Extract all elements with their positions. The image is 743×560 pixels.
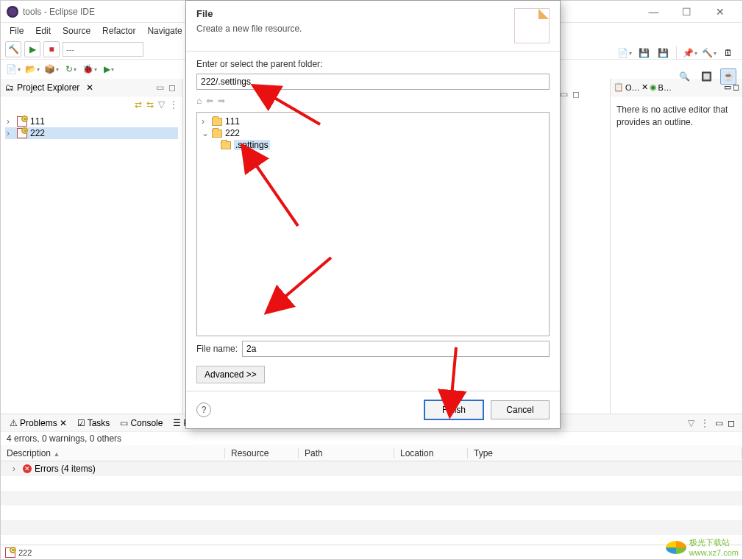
problems-icon: ⚠	[10, 418, 18, 428]
back-icon[interactable]: ⬅	[206, 96, 213, 106]
cancel-button[interactable]: Cancel	[491, 400, 550, 419]
toolbar-separator	[676, 46, 677, 60]
col-description[interactable]: Description ▲	[1, 448, 225, 458]
outline-tab-close-icon[interactable]: ✕	[641, 82, 648, 92]
tasks-tab-label: Tasks	[88, 418, 110, 428]
pane-maximize-icon[interactable]: ◻	[166, 82, 178, 93]
console-tab-label: Console	[130, 418, 163, 428]
calendar-icon[interactable]: 🗓	[720, 45, 736, 61]
filter-icon[interactable]: ▽	[688, 418, 694, 428]
editor-maximize-icon[interactable]: ◻	[572, 89, 580, 99]
project-explorer-toolbar: ⇄ ⇆ ▽ ⋮	[1, 96, 182, 113]
project-item-111[interactable]: › 111	[5, 116, 178, 127]
help-icon[interactable]: ?	[196, 403, 211, 417]
home-icon[interactable]: ⌂	[196, 96, 202, 106]
menu-source[interactable]: Source	[58, 24, 95, 38]
tree-item-settings[interactable]: .settings	[200, 139, 546, 151]
project-explorer-close-icon[interactable]: ✕	[84, 82, 96, 93]
project-explorer-title: Project Explorer	[17, 82, 79, 93]
outline-tab[interactable]: O…	[625, 83, 640, 92]
col-path[interactable]: Path	[299, 448, 394, 458]
console-icon: ▭	[120, 418, 128, 428]
save-all-icon[interactable]: 💾	[655, 45, 671, 61]
build-icon[interactable]: 🔨	[5, 41, 21, 57]
problems-tab[interactable]: ⚠Problems✕	[5, 417, 71, 430]
project-explorer-header: 🗂 Project Explorer ✕ ▭ ◻	[1, 79, 182, 96]
expand-icon[interactable]: ›	[202, 116, 209, 127]
menu-file[interactable]: File	[5, 24, 28, 38]
expand-icon[interactable]: ›	[7, 128, 14, 138]
table-row	[1, 476, 742, 491]
parent-folder-input[interactable]	[196, 74, 550, 90]
pane-maximize-icon[interactable]: ◻	[725, 418, 738, 428]
folder-tree[interactable]: › 111 ⌄ 222 .settings	[196, 112, 550, 336]
pane-minimize-icon[interactable]: ▭	[715, 418, 723, 428]
collapse-all-icon[interactable]: ⇄	[135, 99, 142, 110]
filename-input[interactable]	[242, 341, 550, 357]
col-resource[interactable]: Resource	[225, 448, 299, 458]
problems-tab-label: Problems	[20, 418, 57, 428]
filter-icon[interactable]: ▽	[158, 99, 165, 110]
run-icon[interactable]: ▶	[24, 41, 40, 57]
save-icon[interactable]: 💾	[636, 45, 652, 61]
run-dropdown-icon[interactable]: ▶▾	[101, 61, 117, 77]
table-row	[1, 520, 742, 535]
view-menu-icon[interactable]: ⋮	[169, 99, 178, 110]
forward-icon[interactable]: ➡	[218, 96, 225, 106]
collapse-icon[interactable]: ⌄	[202, 128, 209, 138]
menu-edit[interactable]: Edit	[31, 24, 55, 38]
minimize-button[interactable]: —	[637, 1, 670, 23]
close-button[interactable]: ✕	[703, 1, 736, 23]
search-icon[interactable]: 🔍	[676, 68, 692, 85]
open-type-icon[interactable]: 📂▾	[24, 61, 40, 77]
parent-folder-label: Enter or select the parent folder:	[196, 59, 550, 69]
problems-error-group[interactable]: ›✕Errors (4 items)	[1, 461, 742, 476]
java-perspective-icon[interactable]: ☕	[720, 68, 736, 85]
tree-item-111[interactable]: › 111	[200, 116, 546, 127]
menu-navigate[interactable]: Navigate	[143, 24, 186, 38]
folder-icon	[212, 118, 222, 126]
tree-label: .settings	[234, 140, 270, 150]
project-label: 222	[30, 128, 45, 138]
advanced-button[interactable]: Advanced >>	[196, 366, 265, 383]
build-icon-2[interactable]: 🔨▾	[701, 45, 717, 61]
debug-icon[interactable]: 🐞▾	[82, 61, 98, 77]
menu-refactor[interactable]: Refactor	[98, 24, 140, 38]
watermark-text-2: www.xz7.com	[689, 548, 739, 557]
eclipse-icon	[7, 6, 18, 18]
view-menu-icon[interactable]: ⋮	[696, 418, 714, 428]
maximize-button[interactable]: ☐	[670, 1, 703, 23]
new-file-dialog: File Create a new file resource. Enter o…	[185, 0, 561, 429]
stop-icon[interactable]: ■	[43, 41, 60, 57]
dialog-title: File	[196, 8, 514, 19]
outline-tab-icon: 📋	[614, 82, 624, 92]
coverage-icon[interactable]: ↻▾	[63, 61, 79, 77]
dialog-file-icon	[514, 8, 550, 43]
console-tab[interactable]: ▭Console	[115, 417, 167, 430]
editor-minimize-icon[interactable]: ▭	[560, 89, 568, 99]
tasks-tab[interactable]: ☑Tasks	[73, 417, 115, 430]
watermark: 极光下载站 www.xz7.com	[666, 537, 739, 557]
finish-button[interactable]: Finish	[424, 400, 483, 419]
problems-close-icon[interactable]: ✕	[60, 418, 67, 428]
folder-icon	[212, 130, 222, 138]
pane-minimize-icon[interactable]: ▭	[154, 82, 166, 93]
toolbar-text-field[interactable]: ---	[63, 42, 143, 57]
project-item-222[interactable]: › 222	[5, 127, 178, 139]
new-icon[interactable]: 📄▾	[5, 61, 21, 77]
breakpoints-tab[interactable]: B…	[658, 83, 672, 92]
outline-message: There is no active editor that provides …	[611, 96, 742, 136]
col-location[interactable]: Location	[394, 448, 468, 458]
new-file-icon[interactable]: 📄▾	[616, 45, 633, 61]
perspective-icon[interactable]: 🔲	[698, 68, 714, 85]
expand-icon[interactable]: ›	[13, 464, 20, 474]
tree-item-222[interactable]: ⌄ 222	[200, 127, 546, 139]
problems-rows[interactable]: ›✕Errors (4 items)	[1, 461, 742, 535]
link-editor-icon[interactable]: ⇆	[146, 99, 154, 110]
package-icon[interactable]: 📦▾	[43, 61, 60, 77]
pin-icon[interactable]: 📌▾	[682, 45, 698, 61]
col-type[interactable]: Type	[468, 448, 742, 458]
project-tree[interactable]: › 111 › 222	[1, 113, 182, 142]
right-toolbar-2: 🔍 🔲 ☕	[676, 68, 736, 85]
expand-icon[interactable]: ›	[7, 116, 14, 127]
